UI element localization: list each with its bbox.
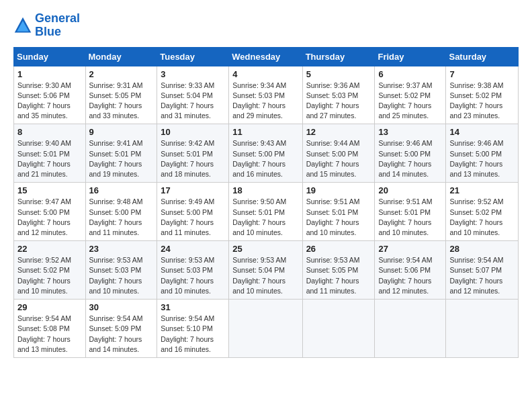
- day-number: 23: [89, 244, 154, 254]
- day-info: Sunrise: 9:52 AMSunset: 5:02 PMDaylight:…: [449, 197, 515, 238]
- day-info: Sunrise: 9:53 AMSunset: 5:05 PMDaylight:…: [306, 255, 371, 296]
- calendar-cell: 29Sunrise: 9:54 AMSunset: 5:08 PMDayligh…: [14, 300, 86, 358]
- col-header-friday: Friday: [375, 47, 446, 66]
- day-info: Sunrise: 9:34 AMSunset: 5:03 PMDaylight:…: [232, 81, 298, 122]
- day-info: Sunrise: 9:44 AMSunset: 5:00 PMDaylight:…: [306, 138, 371, 179]
- calendar-cell: 31Sunrise: 9:54 AMSunset: 5:10 PMDayligh…: [157, 300, 229, 358]
- day-info: Sunrise: 9:40 AMSunset: 5:01 PMDaylight:…: [17, 138, 82, 179]
- day-number: 12: [306, 127, 371, 137]
- day-number: 14: [449, 127, 515, 137]
- calendar-week-1: 1Sunrise: 9:30 AMSunset: 5:06 PMDaylight…: [14, 66, 519, 124]
- header: General Blue: [13, 12, 519, 39]
- day-number: 6: [378, 69, 442, 79]
- day-info: Sunrise: 9:54 AMSunset: 5:06 PMDaylight:…: [378, 255, 442, 296]
- calendar-cell: [229, 300, 302, 358]
- day-number: 28: [449, 244, 515, 254]
- logo-icon: [13, 16, 32, 35]
- day-number: 5: [306, 69, 371, 79]
- page: General Blue SundayMondayTuesdayWednesda…: [0, 0, 532, 365]
- calendar-cell: 16Sunrise: 9:48 AMSunset: 5:00 PMDayligh…: [85, 183, 157, 241]
- calendar-week-2: 8Sunrise: 9:40 AMSunset: 5:01 PMDaylight…: [14, 124, 519, 183]
- day-info: Sunrise: 9:54 AMSunset: 5:07 PMDaylight:…: [449, 255, 515, 296]
- calendar-table: SundayMondayTuesdayWednesdayThursdayFrid…: [13, 47, 519, 358]
- day-info: Sunrise: 9:33 AMSunset: 5:04 PMDaylight:…: [161, 81, 225, 122]
- calendar-cell: 5Sunrise: 9:36 AMSunset: 5:03 PMDaylight…: [302, 66, 375, 124]
- calendar-cell: 22Sunrise: 9:52 AMSunset: 5:02 PMDayligh…: [14, 241, 86, 300]
- day-number: 30: [89, 302, 154, 312]
- calendar-cell: 15Sunrise: 9:47 AMSunset: 5:00 PMDayligh…: [14, 183, 86, 241]
- day-number: 25: [232, 244, 298, 254]
- col-header-thursday: Thursday: [302, 47, 375, 66]
- day-info: Sunrise: 9:31 AMSunset: 5:05 PMDaylight:…: [89, 81, 154, 122]
- day-number: 13: [378, 127, 442, 137]
- calendar-cell: 19Sunrise: 9:51 AMSunset: 5:01 PMDayligh…: [302, 183, 375, 241]
- calendar-cell: 14Sunrise: 9:46 AMSunset: 5:00 PMDayligh…: [446, 124, 519, 183]
- calendar-week-5: 29Sunrise: 9:54 AMSunset: 5:08 PMDayligh…: [14, 300, 519, 358]
- calendar-cell: 17Sunrise: 9:49 AMSunset: 5:00 PMDayligh…: [157, 183, 229, 241]
- day-info: Sunrise: 9:42 AMSunset: 5:01 PMDaylight:…: [161, 138, 225, 179]
- day-number: 8: [17, 127, 82, 137]
- day-number: 18: [232, 185, 298, 195]
- calendar-cell: 26Sunrise: 9:53 AMSunset: 5:05 PMDayligh…: [302, 241, 375, 300]
- day-info: Sunrise: 9:53 AMSunset: 5:03 PMDaylight:…: [89, 255, 154, 296]
- calendar-cell: 7Sunrise: 9:38 AMSunset: 5:02 PMDaylight…: [446, 66, 519, 124]
- calendar-cell: 1Sunrise: 9:30 AMSunset: 5:06 PMDaylight…: [14, 66, 86, 124]
- calendar-cell: 25Sunrise: 9:53 AMSunset: 5:04 PMDayligh…: [229, 241, 302, 300]
- calendar-cell: 6Sunrise: 9:37 AMSunset: 5:02 PMDaylight…: [375, 66, 446, 124]
- day-info: Sunrise: 9:54 AMSunset: 5:09 PMDaylight:…: [89, 314, 154, 355]
- day-info: Sunrise: 9:51 AMSunset: 5:01 PMDaylight:…: [306, 197, 371, 238]
- calendar-cell: 3Sunrise: 9:33 AMSunset: 5:04 PMDaylight…: [157, 66, 229, 124]
- day-number: 3: [161, 69, 225, 79]
- day-number: 26: [306, 244, 371, 254]
- day-number: 20: [378, 185, 442, 195]
- day-info: Sunrise: 9:52 AMSunset: 5:02 PMDaylight:…: [17, 255, 82, 296]
- day-info: Sunrise: 9:50 AMSunset: 5:01 PMDaylight:…: [232, 197, 298, 238]
- calendar-cell: 23Sunrise: 9:53 AMSunset: 5:03 PMDayligh…: [85, 241, 157, 300]
- calendar-cell: [375, 300, 446, 358]
- calendar-cell: [446, 300, 519, 358]
- calendar-header-row: SundayMondayTuesdayWednesdayThursdayFrid…: [14, 47, 519, 66]
- day-info: Sunrise: 9:30 AMSunset: 5:06 PMDaylight:…: [17, 81, 82, 122]
- day-number: 9: [89, 127, 154, 137]
- day-info: Sunrise: 9:43 AMSunset: 5:00 PMDaylight:…: [232, 138, 298, 179]
- day-info: Sunrise: 9:54 AMSunset: 5:10 PMDaylight:…: [161, 314, 225, 355]
- calendar-cell: 18Sunrise: 9:50 AMSunset: 5:01 PMDayligh…: [229, 183, 302, 241]
- day-info: Sunrise: 9:38 AMSunset: 5:02 PMDaylight:…: [449, 81, 515, 122]
- calendar-cell: 11Sunrise: 9:43 AMSunset: 5:00 PMDayligh…: [229, 124, 302, 183]
- day-info: Sunrise: 9:54 AMSunset: 5:08 PMDaylight:…: [17, 314, 82, 355]
- calendar-week-4: 22Sunrise: 9:52 AMSunset: 5:02 PMDayligh…: [14, 241, 519, 300]
- day-number: 11: [232, 127, 298, 137]
- day-number: 21: [449, 185, 515, 195]
- day-info: Sunrise: 9:46 AMSunset: 5:00 PMDaylight:…: [449, 138, 515, 179]
- day-info: Sunrise: 9:46 AMSunset: 5:00 PMDaylight:…: [378, 138, 442, 179]
- day-info: Sunrise: 9:48 AMSunset: 5:00 PMDaylight:…: [89, 197, 154, 238]
- day-number: 31: [161, 302, 225, 312]
- calendar-week-3: 15Sunrise: 9:47 AMSunset: 5:00 PMDayligh…: [14, 183, 519, 241]
- day-number: 2: [89, 69, 154, 79]
- day-info: Sunrise: 9:36 AMSunset: 5:03 PMDaylight:…: [306, 81, 371, 122]
- day-number: 7: [449, 69, 515, 79]
- day-number: 27: [378, 244, 442, 254]
- day-number: 24: [161, 244, 225, 254]
- calendar-cell: 12Sunrise: 9:44 AMSunset: 5:00 PMDayligh…: [302, 124, 375, 183]
- calendar-cell: [302, 300, 375, 358]
- day-number: 4: [232, 69, 298, 79]
- day-info: Sunrise: 9:49 AMSunset: 5:00 PMDaylight:…: [161, 197, 225, 238]
- calendar-cell: 28Sunrise: 9:54 AMSunset: 5:07 PMDayligh…: [446, 241, 519, 300]
- day-number: 10: [161, 127, 225, 137]
- col-header-wednesday: Wednesday: [229, 47, 302, 66]
- logo-text: General Blue: [35, 12, 80, 39]
- calendar-cell: 13Sunrise: 9:46 AMSunset: 5:00 PMDayligh…: [375, 124, 446, 183]
- calendar-cell: 10Sunrise: 9:42 AMSunset: 5:01 PMDayligh…: [157, 124, 229, 183]
- day-info: Sunrise: 9:53 AMSunset: 5:03 PMDaylight:…: [161, 255, 225, 296]
- day-info: Sunrise: 9:37 AMSunset: 5:02 PMDaylight:…: [378, 81, 442, 122]
- calendar-cell: 8Sunrise: 9:40 AMSunset: 5:01 PMDaylight…: [14, 124, 86, 183]
- day-number: 22: [17, 244, 82, 254]
- col-header-sunday: Sunday: [14, 47, 86, 66]
- day-number: 16: [89, 185, 154, 195]
- calendar-cell: 2Sunrise: 9:31 AMSunset: 5:05 PMDaylight…: [85, 66, 157, 124]
- day-number: 15: [17, 185, 82, 195]
- calendar-cell: 21Sunrise: 9:52 AMSunset: 5:02 PMDayligh…: [446, 183, 519, 241]
- day-info: Sunrise: 9:53 AMSunset: 5:04 PMDaylight:…: [232, 255, 298, 296]
- day-number: 19: [306, 185, 371, 195]
